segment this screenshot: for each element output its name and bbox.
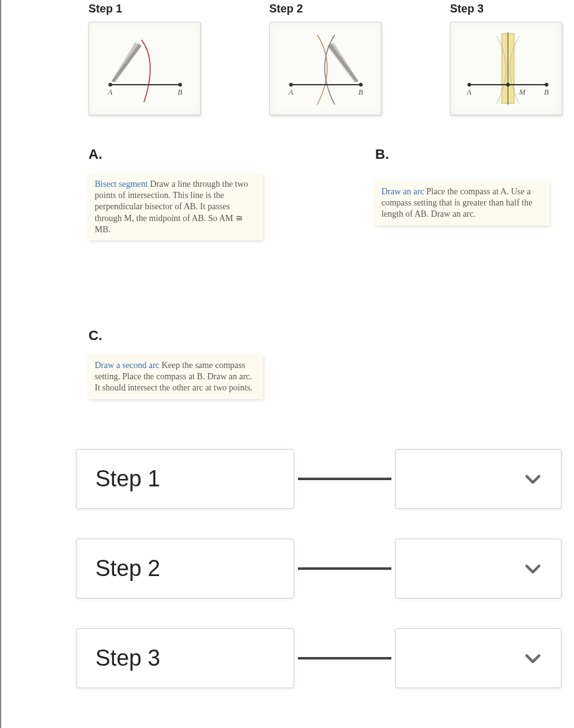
step-diagrams-row: Step 1 A B Step 2 [88, 0, 562, 115]
option-B-letter: B. [375, 146, 550, 163]
step-2-header: Step 2 [269, 2, 381, 16]
option-A-card: Bisect segment Draw a line through the t… [88, 174, 263, 240]
svg-point-9 [359, 83, 363, 87]
connector-line [298, 567, 391, 570]
chevron-down-icon [522, 648, 543, 669]
svg-point-14 [545, 83, 548, 87]
step-1-tile: A B [88, 22, 201, 115]
point-B-label: B [544, 88, 549, 97]
option-A: A. Bisect segment Draw a line through th… [88, 146, 263, 240]
match-label-3-text: Step 3 [95, 645, 160, 671]
option-A-letter: A. [88, 146, 263, 163]
step-2-column: Step 2 A B [269, 2, 381, 115]
match-dropdown-2[interactable] [395, 539, 562, 598]
match-label-3: Step 3 [76, 628, 294, 688]
match-row-2: Step 2 [76, 539, 562, 598]
option-B-lead: Draw an arc [381, 187, 424, 196]
match-dropdown-1[interactable] [395, 449, 562, 509]
option-C-card: Draw a second arc Keep the same compass … [88, 355, 263, 399]
option-C: C. Draw a second arc Keep the same compa… [88, 328, 263, 399]
step-3-column: Step 3 A M B [450, 2, 562, 115]
matching-area: Step 1 Step 2 Step 3 [76, 449, 562, 688]
match-label-2-text: Step 2 [95, 555, 160, 582]
option-B: B. Draw an arc Place the compass at A. U… [375, 146, 550, 240]
match-label-1: Step 1 [76, 449, 294, 509]
option-C-lead: Draw a second arc [95, 361, 160, 370]
svg-point-8 [289, 83, 293, 87]
step-3-header: Step 3 [450, 2, 562, 16]
point-A-label: A [107, 88, 113, 97]
step-1-column: Step 1 A B [88, 2, 201, 115]
svg-marker-1 [112, 44, 141, 82]
point-B-label: B [358, 88, 363, 97]
connector-line [298, 478, 391, 480]
step-1-figure: A B [98, 31, 191, 106]
step-3-tile: A M B [450, 22, 562, 115]
match-dropdown-3[interactable] [395, 628, 562, 688]
options-area: A. Bisect segment Draw a line through th… [88, 146, 562, 399]
option-B-card: Draw an arc Place the compass at A. Use … [375, 181, 550, 225]
match-row-1: Step 1 [76, 449, 562, 509]
step-3-figure: A M B [459, 31, 553, 106]
step-1-header: Step 1 [88, 2, 201, 16]
match-label-1-text: Step 1 [95, 466, 160, 492]
svg-point-13 [467, 83, 471, 87]
option-A-lead: Bisect segment [95, 179, 148, 189]
match-label-2: Step 2 [76, 539, 294, 598]
svg-marker-6 [328, 44, 358, 82]
point-A-label: A [288, 88, 294, 97]
svg-point-4 [178, 83, 182, 87]
point-A-label: A [466, 88, 472, 97]
connector-line [298, 657, 391, 659]
step-2-tile: A B [269, 22, 381, 115]
step-2-figure: A B [279, 31, 372, 106]
option-C-letter: C. [88, 328, 263, 344]
svg-point-3 [108, 83, 112, 87]
match-row-3: Step 3 [76, 628, 562, 688]
point-B-label: B [178, 88, 183, 97]
svg-point-15 [506, 83, 510, 87]
chevron-down-icon [522, 468, 543, 489]
point-M-label: M [519, 88, 526, 97]
chevron-down-icon [522, 558, 543, 579]
